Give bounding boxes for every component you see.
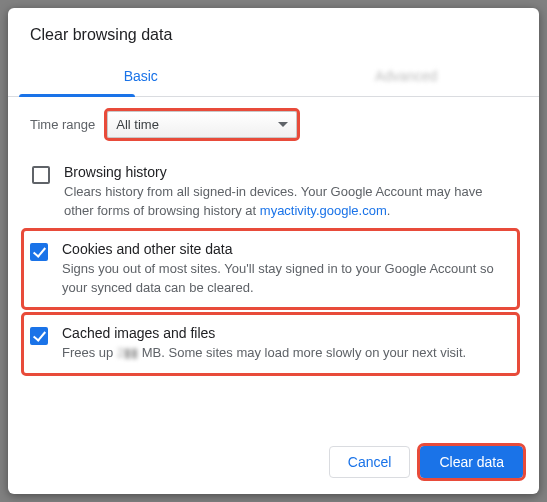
time-range-value: All time [116,117,159,132]
myactivity-link[interactable]: myactivity.google.com [260,203,387,218]
option-title: Cached images and files [62,325,466,341]
desc-text: . [387,203,391,218]
option-browsing-history: Browsing history Clears history from all… [30,154,517,231]
clear-data-button[interactable]: Clear data [420,446,523,478]
checkbox-browsing-history[interactable] [32,166,50,184]
desc-text: MB. Some sites may load more slowly on y… [138,345,466,360]
dialog-body: Time range All time Browsing history Cle… [8,97,539,432]
option-title: Cookies and other site data [62,241,511,257]
tabs: Basic Advanced [8,58,539,97]
desc-text: Frees up [62,345,117,360]
option-title: Browsing history [64,164,511,180]
dialog-title: Clear browsing data [8,8,539,58]
option-cache: Cached images and files Frees up 2▮▮ MB.… [28,315,517,373]
option-text: Cached images and files Frees up 2▮▮ MB.… [62,325,466,363]
clear-browsing-data-dialog: Clear browsing data Basic Advanced Time … [8,8,539,494]
time-range-select[interactable]: All time [107,111,297,138]
time-range-label: Time range [30,117,95,132]
option-desc: Clears history from all signed-in device… [64,183,511,221]
cancel-button[interactable]: Cancel [329,446,411,478]
dialog-footer: Cancel Clear data [8,432,539,494]
option-cookies: Cookies and other site data Signs you ou… [28,231,517,308]
highlight-cookies: Cookies and other site data Signs you ou… [24,231,517,308]
option-text: Browsing history Clears history from all… [64,164,511,221]
option-desc: Signs you out of most sites. You'll stay… [62,260,511,298]
checkbox-cookies[interactable] [30,243,48,261]
time-range-row: Time range All time [30,111,517,138]
tab-basic[interactable]: Basic [8,58,274,96]
option-text: Cookies and other site data Signs you ou… [62,241,511,298]
option-desc: Frees up 2▮▮ MB. Some sites may load mor… [62,344,466,363]
highlight-cache: Cached images and files Frees up 2▮▮ MB.… [24,315,517,373]
chevron-down-icon [278,122,288,128]
tab-advanced[interactable]: Advanced [274,58,540,96]
checkbox-cache[interactable] [30,327,48,345]
cache-size: 2▮▮ [117,345,138,360]
